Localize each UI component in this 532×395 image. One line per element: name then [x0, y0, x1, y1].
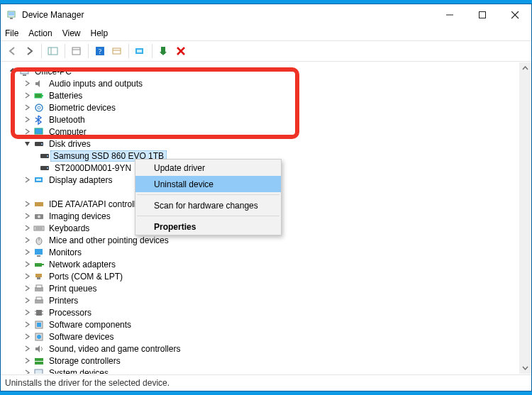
- ide-icon: [33, 199, 45, 210]
- vertical-scrollbar[interactable]: [519, 62, 531, 374]
- update-driver-button[interactable]: [156, 43, 172, 59]
- expand-toggle[interactable]: [22, 79, 32, 89]
- statusbar-text: Uninstalls the driver for the selected d…: [5, 378, 170, 388]
- svg-point-25: [38, 106, 40, 109]
- statusbar: Uninstalls the driver for the selected d…: [1, 374, 531, 391]
- scroll-track[interactable]: [519, 74, 531, 362]
- tree-category-disk-drives[interactable]: Disk drives: [6, 138, 531, 150]
- scroll-up-button[interactable]: [519, 62, 531, 74]
- svg-point-62: [37, 335, 41, 339]
- expand-toggle[interactable]: [22, 103, 32, 113]
- expand-toggle[interactable]: [22, 296, 32, 306]
- expand-toggle[interactable]: [22, 356, 32, 366]
- maximize-button[interactable]: [466, 4, 499, 26]
- tree-category[interactable]: System devices: [6, 367, 531, 374]
- toolbar-separator: [128, 44, 129, 58]
- tree-category[interactable]: Network adapters: [6, 258, 531, 270]
- tree-category[interactable]: Sound, video and game controllers: [6, 343, 531, 355]
- tree-category[interactable]: Computer: [6, 126, 531, 138]
- expand-toggle[interactable]: [22, 332, 32, 342]
- uninstall-device-button[interactable]: [173, 43, 189, 59]
- computer-icon: [19, 66, 31, 77]
- expand-toggle[interactable]: [22, 91, 32, 101]
- sound-icon: [33, 343, 45, 355]
- svg-rect-39: [34, 226, 44, 230]
- svg-rect-63: [35, 358, 43, 361]
- scan-hardware-button[interactable]: [133, 43, 148, 59]
- tree-category[interactable]: Bluetooth: [6, 113, 531, 126]
- svg-rect-16: [137, 50, 142, 52]
- expand-toggle[interactable]: [22, 320, 32, 330]
- menu-help[interactable]: Help: [91, 28, 109, 38]
- tree-category[interactable]: Biometric devices: [6, 101, 531, 113]
- properties-button[interactable]: [69, 43, 84, 59]
- svg-rect-49: [37, 277, 40, 279]
- back-button[interactable]: [5, 43, 21, 59]
- svg-rect-44: [35, 249, 43, 255]
- ctx-scan-hardware[interactable]: Scan for hardware changes: [135, 197, 281, 213]
- expand-toggle[interactable]: [22, 199, 32, 209]
- menu-view[interactable]: View: [62, 28, 81, 38]
- action-button[interactable]: [109, 43, 125, 59]
- svg-rect-65: [35, 369, 43, 374]
- svg-rect-2: [10, 18, 13, 19]
- help-button[interactable]: ?: [92, 43, 108, 59]
- ctx-separator: [137, 216, 279, 216]
- toolbar-separator: [152, 44, 153, 58]
- expand-toggle[interactable]: [22, 127, 32, 137]
- titlebar[interactable]: Device Manager: [1, 4, 531, 26]
- software-component-icon: [33, 319, 45, 330]
- toolbar-separator: [65, 44, 65, 58]
- scroll-down-button[interactable]: [519, 362, 531, 374]
- expand-toggle[interactable]: [22, 247, 32, 257]
- tree-category[interactable]: Monitors: [6, 246, 531, 258]
- minimize-button[interactable]: [433, 4, 466, 26]
- svg-rect-48: [35, 274, 42, 277]
- tree-category[interactable]: Storage controllers: [6, 355, 531, 367]
- expand-toggle[interactable]: [22, 344, 32, 354]
- show-hide-tree-button[interactable]: [45, 43, 61, 59]
- expand-toggle[interactable]: [22, 211, 32, 221]
- ctx-update-driver[interactable]: Update driver: [135, 160, 281, 176]
- svg-rect-13: [113, 48, 121, 54]
- expand-toggle[interactable]: [22, 139, 32, 149]
- tree-category[interactable]: Processors: [6, 306, 531, 318]
- software-device-icon: [33, 331, 45, 343]
- tree-category[interactable]: Software devices: [6, 330, 531, 343]
- tree-category[interactable]: Audio inputs and outputs: [6, 77, 531, 89]
- computer-icon: [33, 126, 45, 138]
- display-adapter-icon: [33, 174, 45, 186]
- forward-button[interactable]: [22, 43, 38, 59]
- expand-toggle[interactable]: [22, 235, 32, 245]
- ctx-uninstall-device[interactable]: Uninstall device: [135, 176, 281, 192]
- biometric-icon: [33, 102, 45, 113]
- expand-toggle[interactable]: [22, 308, 32, 318]
- expand-toggle[interactable]: [22, 260, 32, 269]
- tree-root[interactable]: Office-PC: [6, 65, 531, 77]
- ctx-properties[interactable]: Properties: [135, 218, 281, 235]
- svg-rect-22: [35, 94, 42, 98]
- toolbar: ?: [1, 40, 531, 62]
- menu-action[interactable]: Action: [28, 28, 52, 38]
- expand-toggle[interactable]: [22, 368, 32, 374]
- expand-toggle[interactable]: [22, 284, 32, 294]
- expand-toggle[interactable]: [22, 272, 32, 282]
- expand-toggle[interactable]: [22, 115, 32, 125]
- tree-category[interactable]: Ports (COM & LPT): [6, 270, 531, 282]
- expand-toggle[interactable]: [22, 223, 32, 233]
- menu-file[interactable]: File: [5, 28, 18, 38]
- tree-category[interactable]: Mice and other pointing devices: [6, 234, 531, 246]
- close-button[interactable]: [499, 4, 531, 26]
- svg-rect-36: [35, 202, 43, 206]
- monitor-icon: [33, 247, 45, 258]
- tree-category[interactable]: Batteries: [6, 89, 531, 101]
- svg-rect-9: [72, 48, 80, 55]
- tree-category[interactable]: Software components: [6, 318, 531, 330]
- ports-icon: [33, 271, 45, 282]
- svg-rect-26: [35, 128, 43, 134]
- svg-text:?: ?: [99, 48, 102, 55]
- tree-category[interactable]: Print queues: [6, 282, 531, 294]
- expand-toggle[interactable]: [8, 67, 18, 77]
- expand-toggle[interactable]: [22, 175, 32, 185]
- tree-category[interactable]: Printers: [6, 294, 531, 306]
